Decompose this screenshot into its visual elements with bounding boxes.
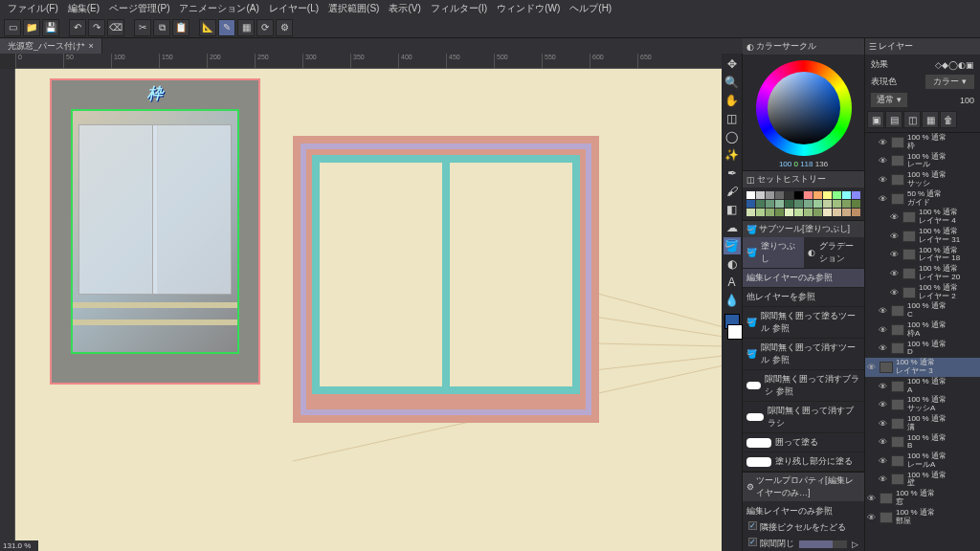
subtool-item[interactable]: 🪣隙間無く囲って消すツール 参照 [743, 339, 864, 370]
swatch[interactable] [823, 200, 832, 208]
swatch[interactable] [852, 209, 860, 216]
subtool-item[interactable]: 隙間無く囲って消すブラシ [743, 402, 864, 433]
swatch[interactable] [833, 200, 841, 208]
layer-row[interactable]: 👁100 % 通常A [865, 377, 980, 396]
layer-row[interactable]: 👁100 % 通常サッシA [865, 395, 980, 414]
layer-row[interactable]: 👁100 % 通常レイヤー 18 [865, 246, 980, 265]
grid-icon[interactable]: ▦ [237, 19, 255, 36]
swatch[interactable] [785, 200, 793, 208]
layer-btn-icon[interactable]: ▦ [922, 111, 939, 128]
checkbox[interactable] [748, 521, 757, 530]
hand-tool-icon[interactable]: ✋ [724, 92, 741, 109]
wand-tool-icon[interactable]: ✨ [724, 146, 741, 164]
menu-anim[interactable]: アニメーション(A) [175, 0, 262, 17]
copy-icon[interactable]: ⧉ [153, 19, 170, 36]
swatch[interactable] [775, 200, 784, 208]
menu-window[interactable]: ウィンドウ(W) [493, 0, 564, 17]
menu-edit[interactable]: 編集(E) [64, 0, 103, 17]
menu-help[interactable]: ヘルプ(H) [566, 0, 615, 17]
subtool-item[interactable]: 隙間無く囲って消すブラシ 参照 [743, 370, 864, 402]
undo-icon[interactable]: ↶ [69, 19, 86, 36]
swatch[interactable] [852, 191, 860, 199]
visibility-icon[interactable]: 👁 [879, 437, 888, 447]
gradient-tool-icon[interactable]: ◐ [724, 255, 741, 273]
bg-color-swatch[interactable] [727, 324, 743, 340]
layer-row[interactable]: 👁100 % 通常D [865, 340, 980, 359]
layer-row[interactable]: 👁100 % 通常壁 [865, 471, 980, 490]
canvas-viewport[interactable]: 050100150200250300350400450500550600650 … [0, 54, 722, 551]
layer-row[interactable]: 👁100 % 通常レイヤー 31 [865, 227, 980, 246]
subtool-item[interactable]: 囲って塗る [743, 433, 864, 452]
rotate-icon[interactable]: ⟳ [256, 19, 274, 36]
toolprop-header[interactable]: ⚙ツールプロパティ[編集レイヤーのみ…] [743, 473, 864, 501]
brush-tool-icon[interactable]: 🖌 [724, 183, 741, 200]
layer-row[interactable]: 👁50 % 通常ガイド [865, 189, 980, 209]
swatch[interactable] [746, 200, 755, 208]
swatch[interactable] [813, 209, 822, 216]
cut-icon[interactable]: ✂ [134, 19, 151, 36]
swatch[interactable] [804, 209, 813, 216]
visibility-icon[interactable]: 👁 [867, 363, 877, 372]
visibility-icon[interactable]: 👁 [879, 175, 888, 185]
swatch[interactable] [842, 191, 851, 199]
layer-btn-icon[interactable]: 🗑 [940, 111, 957, 128]
save-icon[interactable]: 💾 [42, 19, 59, 36]
pen-icon[interactable]: ✎ [218, 19, 235, 36]
swatch[interactable] [775, 191, 784, 199]
swatch[interactable] [794, 191, 803, 199]
swatch[interactable] [813, 191, 822, 199]
swatch[interactable] [804, 191, 813, 199]
swatch[interactable] [746, 209, 755, 216]
swatch[interactable] [794, 200, 803, 208]
visibility-icon[interactable]: 👁 [879, 474, 888, 484]
layer-row[interactable]: 👁100 % 通常レイヤー 2 [865, 283, 980, 302]
visibility-icon[interactable]: 👁 [879, 456, 888, 466]
swatch[interactable] [852, 200, 860, 208]
color-panel-header[interactable]: ◐カラーサークル [743, 38, 864, 55]
pen-tool-icon[interactable]: ✒ [724, 165, 741, 182]
subtool-item[interactable]: 他レイヤーを参照 [743, 288, 864, 307]
swatch[interactable] [804, 200, 813, 208]
visibility-icon[interactable]: 👁 [879, 419, 888, 429]
layer-row[interactable]: 👁100 % 通常レイヤー 3 [865, 358, 980, 377]
swatch[interactable] [756, 209, 765, 216]
history-panel-header[interactable]: ◫セットヒストリー [743, 171, 864, 187]
canvas[interactable]: 枠 [15, 69, 722, 551]
swatch[interactable] [823, 191, 832, 199]
layer-row[interactable]: 👁100 % 通常レールA [865, 452, 980, 471]
layer-row[interactable]: 👁100 % 通常レイヤー 4 [865, 208, 980, 227]
config-icon[interactable]: ⚙ [276, 19, 293, 36]
eyedrop-tool-icon[interactable]: 💧 [724, 292, 741, 309]
layer-row[interactable]: 👁100 % 通常窓 [865, 489, 980, 508]
swatch[interactable] [842, 200, 851, 208]
visibility-icon[interactable]: 👁 [867, 513, 877, 522]
swatch[interactable] [766, 191, 774, 199]
fill-tool-icon[interactable]: 🪣 [724, 237, 741, 254]
move-tool-icon[interactable]: ✥ [724, 55, 741, 73]
zoom-tool-icon[interactable]: 🔍 [724, 74, 741, 91]
swatch[interactable] [756, 200, 765, 208]
layer-btn-icon[interactable]: ▤ [885, 111, 902, 128]
checkbox[interactable] [748, 538, 757, 546]
subtool-header[interactable]: 🪣サブツール[塗りつぶし] [743, 221, 864, 237]
visibility-icon[interactable]: 👁 [890, 269, 900, 278]
swatch[interactable] [746, 191, 755, 199]
tab-close-icon[interactable]: × [89, 41, 94, 51]
select-tool-icon[interactable]: ◫ [724, 110, 741, 127]
subtool-item[interactable]: 塗り残し部分に塗る [743, 452, 864, 472]
layer-row[interactable]: 👁100 % 通常レール [865, 152, 980, 171]
menu-page[interactable]: ページ管理(P) [105, 0, 173, 17]
new-icon[interactable]: ▭ [4, 19, 21, 36]
slider[interactable] [799, 540, 847, 548]
color-wheel[interactable] [756, 60, 852, 156]
swatch[interactable] [766, 200, 774, 208]
subtool-item[interactable]: 🪣隙間無く囲って塗るツール 参照 [743, 307, 864, 339]
visibility-icon[interactable]: 👁 [890, 250, 900, 259]
paste-icon[interactable]: 📋 [172, 19, 189, 36]
swatch[interactable] [775, 209, 784, 216]
subtool-tab-gradient[interactable]: ◐グラデーション [804, 237, 865, 269]
swatch[interactable] [833, 209, 841, 216]
redo-icon[interactable]: ↷ [88, 19, 105, 36]
subtool-item[interactable]: 編集レイヤーのみ参照 [743, 269, 864, 288]
lasso-tool-icon[interactable]: ◯ [724, 128, 741, 145]
